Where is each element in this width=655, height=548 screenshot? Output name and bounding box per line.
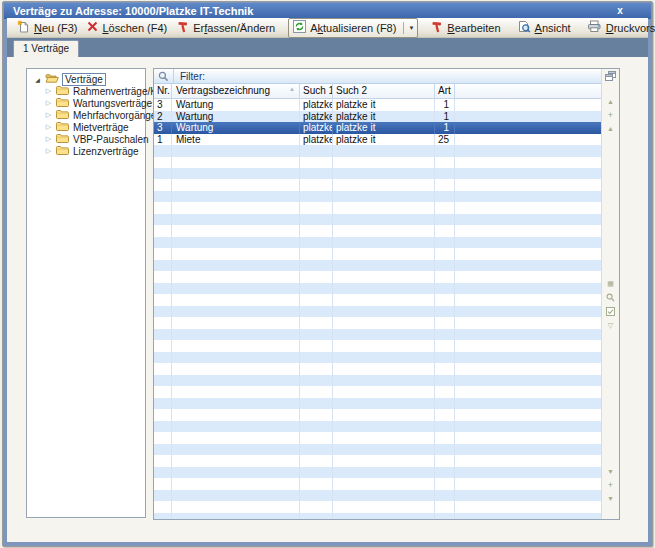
table-row-selected[interactable]: 3 Wartung platzke it platzke it 1 [154, 122, 602, 134]
tree-item-label[interactable]: Mehrfachvorgänge [72, 110, 157, 121]
column-header-such2[interactable]: Such 2 [333, 84, 435, 98]
grid-header: Nr. Vertragsbezeichnung ▲ Such 1 Such 2 … [154, 84, 602, 99]
tree-item-vbp-pauschalen[interactable]: ▷ VBP-Pauschalen [27, 133, 145, 145]
column-header-art[interactable]: Art [435, 84, 455, 98]
edit-hammer-icon [177, 21, 189, 35]
filter-row[interactable]: Filter: [154, 69, 602, 84]
view-magnifier-icon [517, 20, 531, 35]
checkbox-rail-icon[interactable] [602, 307, 619, 317]
table-row[interactable]: 2 Wartung platzke it platzke it 1 [154, 111, 602, 123]
tree-collapsed-icon[interactable]: ▷ [44, 99, 53, 107]
window-title: Verträge zu Adresse: 10000/Platzke IT-Te… [13, 5, 253, 17]
grid-column-line [434, 145, 435, 519]
toolbar-button-label: Druckvorschau [606, 22, 655, 34]
toolbar: Neu (F3) Löschen (F4) Erfassen/Ändern [7, 18, 648, 38]
toolbar-button-label: Aktualisieren (F8) [310, 22, 396, 34]
toolbar-button-bearbeiten[interactable]: Bearbeiten [426, 19, 505, 37]
open-folder-icon [45, 73, 59, 85]
tree-item-label[interactable]: Wartungsverträge [72, 98, 153, 109]
tree-item-label[interactable]: VBP-Pauschalen [72, 134, 150, 145]
search-icon [154, 69, 174, 83]
toolbar-button-loeschen[interactable]: Löschen (F4) [82, 19, 172, 37]
empty-rows-area [154, 145, 602, 519]
toolbar-button-label: Erfassen/Ändern [193, 22, 275, 34]
grid-body: Filter: Nr. Vertragsbezeichnung ▲ Such 1… [154, 69, 602, 519]
filter-funnel-icon[interactable]: ▽ [602, 321, 619, 331]
folder-icon [56, 97, 69, 109]
column-header-nr[interactable]: Nr. [154, 84, 172, 98]
tree-item-lizenzvertraege[interactable]: ▷ Lizenzverträge [27, 145, 145, 157]
filter-label: Filter: [180, 71, 205, 82]
tree-item-label[interactable]: Mietverträge [72, 122, 130, 133]
delete-icon [87, 21, 98, 34]
tree-item-mehrfachvorgaenge[interactable]: ▷ Mehrfachvorgänge [27, 109, 145, 121]
toolbar-button-druckvorschau[interactable]: Druckvorschau [582, 19, 655, 37]
grid-column-line [454, 145, 455, 519]
tree-item-label[interactable]: Verträge [62, 73, 106, 86]
contracts-grid: Filter: Nr. Vertragsbezeichnung ▲ Such 1… [153, 68, 620, 520]
folder-icon [56, 145, 69, 157]
toolbar-button-neu[interactable]: Neu (F3) [12, 19, 82, 37]
table-row[interactable]: 1 Miete platzke it platzke it 25 [154, 134, 602, 146]
tree-item-rahmenvertraege[interactable]: ▷ Rahmenverträge/Kontrakte [27, 85, 145, 97]
table-row[interactable]: 3 Wartung platzke it platzke it 1 [154, 99, 602, 111]
tree-collapsed-icon[interactable]: ▷ [44, 147, 53, 155]
tree-collapsed-icon[interactable]: ▷ [44, 135, 53, 143]
page-down-icon[interactable]: ▼ [602, 467, 619, 477]
print-preview-icon [587, 20, 602, 35]
scroll-bottom-icon[interactable]: ▼ [602, 494, 619, 504]
toolbar-button-label: Neu (F3) [34, 22, 77, 34]
tree-item-label[interactable]: Lizenzverträge [72, 146, 140, 157]
column-header-such1[interactable]: Such 1 [300, 84, 333, 98]
column-header-vertragsbezeichnung[interactable]: Vertragsbezeichnung ▲ [172, 84, 300, 98]
column-chooser-icon[interactable] [602, 71, 619, 83]
contract-type-tree: ◢ Verträge ▷ Rahmenverträge/Kontrakte ▷ [26, 68, 146, 518]
column-header-empty [455, 84, 602, 98]
folder-icon [56, 109, 69, 121]
tree-collapsed-icon[interactable]: ▷ [44, 87, 53, 95]
scroll-top-icon[interactable]: ▲ [602, 97, 619, 107]
close-icon[interactable]: x [613, 4, 627, 18]
app-window: Verträge zu Adresse: 10000/Platzke IT-Te… [2, 1, 653, 547]
tab-vertraege[interactable]: 1 Verträge [13, 40, 79, 57]
tree-item-wartungsvertraege[interactable]: ▷ Wartungsverträge [27, 97, 145, 109]
new-document-icon [17, 20, 30, 35]
grid-view-icon[interactable]: ▦ [602, 279, 619, 289]
grid-column-line [332, 145, 333, 519]
add-row-bottom-icon[interactable]: + [602, 480, 619, 490]
tab-strip: 1 Verträge [7, 38, 648, 57]
toolbar-button-ansicht[interactable]: Ansicht [512, 19, 576, 37]
page-up-icon[interactable]: ▲ [602, 124, 619, 134]
folder-icon [56, 133, 69, 145]
toolbar-button-label: Löschen (F4) [102, 22, 167, 34]
edit-hammer-icon [431, 21, 443, 35]
titlebar: Verträge zu Adresse: 10000/Platzke IT-Te… [4, 3, 651, 19]
folder-icon [56, 85, 69, 97]
folder-icon [56, 121, 69, 133]
tree-collapsed-icon[interactable]: ▷ [44, 111, 53, 119]
content-area: ◢ Verträge ▷ Rahmenverträge/Kontrakte ▷ [7, 57, 648, 542]
add-row-icon[interactable]: + [602, 110, 619, 120]
toolbar-button-aktualisieren[interactable]: Aktualisieren (F8) ▼ [288, 18, 418, 38]
grid-side-rail: ▲ + ▲ ▦ ▽ ▼ + ▼ [601, 69, 619, 519]
toolbar-button-label: Ansicht [535, 22, 571, 34]
screen: Verträge zu Adresse: 10000/Platzke IT-Te… [0, 0, 655, 548]
refresh-icon [293, 20, 306, 35]
search-rail-icon[interactable] [602, 293, 619, 303]
tree-item-root[interactable]: ◢ Verträge [27, 73, 145, 85]
tree-expanded-icon[interactable]: ◢ [33, 76, 42, 83]
sort-asc-icon: ▲ [289, 86, 295, 92]
toolbar-button-erfassen[interactable]: Erfassen/Ändern [172, 19, 280, 37]
window-body: Neu (F3) Löschen (F4) Erfassen/Ändern [7, 18, 648, 542]
tree-collapsed-icon[interactable]: ▷ [44, 123, 53, 131]
grid-column-line [171, 145, 172, 519]
chevron-down-icon[interactable]: ▼ [403, 22, 414, 34]
toolbar-button-label: Bearbeiten [447, 22, 500, 34]
tree-item-mietvertraege[interactable]: ▷ Mietverträge [27, 121, 145, 133]
grid-column-line [299, 145, 300, 519]
